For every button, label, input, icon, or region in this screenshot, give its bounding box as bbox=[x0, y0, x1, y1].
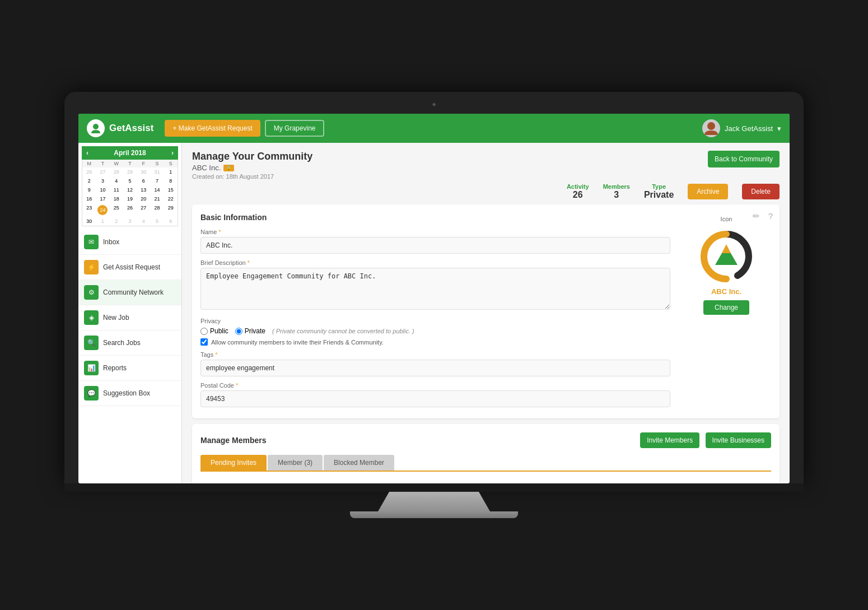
cal-day[interactable]: 19 bbox=[123, 194, 137, 203]
cal-day[interactable]: 14 bbox=[150, 185, 164, 194]
cal-day[interactable]: 12 bbox=[123, 185, 137, 194]
cal-day-label-m: M bbox=[82, 160, 96, 167]
cal-day[interactable]: 18 bbox=[110, 194, 123, 203]
cal-day[interactable]: 28 bbox=[110, 167, 123, 176]
cal-day[interactable]: 16 bbox=[82, 194, 96, 203]
cal-day[interactable]: 2 bbox=[82, 176, 96, 185]
help-icon[interactable]: ? bbox=[768, 211, 773, 221]
stat-type-value: Private bbox=[644, 190, 674, 200]
cal-day[interactable]: 3 bbox=[96, 176, 109, 185]
get-assist-icon: ⚡ bbox=[84, 260, 99, 274]
tab-blocked-member[interactable]: Blocked Member bbox=[324, 455, 394, 471]
cal-day[interactable]: 1 bbox=[96, 217, 109, 226]
cal-day[interactable]: 29 bbox=[123, 167, 137, 176]
name-input[interactable] bbox=[200, 237, 670, 254]
cal-day[interactable]: 25 bbox=[110, 203, 123, 217]
cal-day-today[interactable]: 24 bbox=[96, 203, 109, 217]
logo-icon bbox=[87, 119, 105, 137]
my-grapevine-button[interactable]: My Grapevine bbox=[265, 120, 325, 137]
tab-members[interactable]: Member (3) bbox=[268, 455, 323, 471]
sidebar-item-inbox[interactable]: ✉ Inbox bbox=[78, 230, 181, 255]
sidebar-item-label-suggestion: Suggestion Box bbox=[103, 389, 150, 397]
sidebar-menu: ✉ Inbox ⚡ Get Assist Request ⚙ Community… bbox=[78, 230, 181, 406]
cal-day[interactable]: 27 bbox=[137, 203, 150, 217]
sidebar-item-search-jobs[interactable]: 🔍 Search Jobs bbox=[78, 330, 181, 356]
postal-input[interactable] bbox=[200, 390, 670, 407]
svg-point-1 bbox=[707, 122, 715, 130]
cal-day[interactable]: 27 bbox=[96, 167, 109, 176]
cal-day[interactable]: 5 bbox=[123, 176, 137, 185]
svg-marker-3 bbox=[722, 244, 731, 253]
cal-day[interactable]: 26 bbox=[123, 203, 137, 217]
privacy-label: Privacy bbox=[200, 318, 670, 324]
cal-day[interactable]: 5 bbox=[150, 217, 164, 226]
cal-day[interactable]: 1 bbox=[164, 167, 178, 176]
cal-day-label-f: F bbox=[137, 160, 150, 167]
stat-activity-value: 26 bbox=[567, 190, 589, 200]
cal-day[interactable]: 10 bbox=[96, 185, 109, 194]
cal-day[interactable]: 4 bbox=[110, 176, 123, 185]
svg-point-0 bbox=[93, 124, 99, 129]
cal-next[interactable]: › bbox=[171, 149, 174, 157]
cal-day[interactable]: 8 bbox=[164, 176, 178, 185]
cal-day[interactable]: 30 bbox=[137, 167, 150, 176]
stat-activity: Activity 26 bbox=[567, 183, 589, 200]
cal-day[interactable]: 3 bbox=[123, 217, 137, 226]
cal-day[interactable]: 13 bbox=[137, 185, 150, 194]
cal-day[interactable]: 23 bbox=[82, 203, 96, 217]
cal-day[interactable]: 29 bbox=[164, 203, 178, 217]
make-request-button[interactable]: + Make GetAssist Request bbox=[165, 120, 260, 137]
cal-day-label-w: W bbox=[110, 160, 123, 167]
sidebar-item-get-assist[interactable]: ⚡ Get Assist Request bbox=[78, 255, 181, 280]
sidebar-item-reports[interactable]: 📊 Reports bbox=[78, 356, 181, 381]
privacy-public-radio[interactable]: Public bbox=[200, 327, 228, 335]
cal-day[interactable]: 15 bbox=[164, 185, 178, 194]
tags-input[interactable] bbox=[200, 360, 670, 376]
tags-label: Tags * bbox=[200, 351, 670, 358]
cal-day[interactable]: 26 bbox=[82, 167, 96, 176]
cal-title: April 2018 bbox=[114, 149, 146, 157]
privacy-private-radio[interactable]: Private bbox=[235, 327, 265, 335]
logo-text: GetAssist bbox=[109, 123, 153, 134]
invite-businesses-button[interactable]: Invite Businesses bbox=[706, 432, 771, 448]
cal-day[interactable]: 17 bbox=[96, 194, 109, 203]
inbox-icon: ✉ bbox=[84, 235, 99, 249]
cal-day[interactable]: 7 bbox=[150, 176, 164, 185]
delete-button[interactable]: Delete bbox=[742, 184, 780, 199]
page-title: Manage Your Community bbox=[192, 151, 312, 162]
cal-day-label-t: T bbox=[96, 160, 109, 167]
new-job-icon: ◈ bbox=[84, 310, 99, 325]
community-icon-name: ABC Inc. bbox=[711, 287, 741, 296]
tab-pending-invites[interactable]: Pending Invites bbox=[200, 455, 267, 471]
user-avatar bbox=[702, 119, 720, 137]
edit-icon[interactable]: ✏ bbox=[753, 211, 760, 221]
cal-day[interactable]: 20 bbox=[137, 194, 150, 203]
cal-day[interactable]: 6 bbox=[164, 217, 178, 226]
cal-day[interactable]: 22 bbox=[164, 194, 178, 203]
description-textarea[interactable]: Employee Engagement Community for ABC In… bbox=[200, 268, 670, 310]
sidebar-item-suggestion-box[interactable]: 💬 Suggestion Box bbox=[78, 381, 181, 406]
created-on: Created on: 18th August 2017 bbox=[192, 173, 312, 180]
sidebar-item-label-inbox: Inbox bbox=[103, 238, 119, 246]
cal-grid: 26 27 28 29 30 31 1 2 3 4 bbox=[82, 167, 178, 226]
cal-day[interactable]: 9 bbox=[82, 185, 96, 194]
cal-day[interactable]: 11 bbox=[110, 185, 123, 194]
cal-day[interactable]: 6 bbox=[137, 176, 150, 185]
change-icon-button[interactable]: Change bbox=[703, 300, 749, 315]
cal-day[interactable]: 31 bbox=[150, 167, 164, 176]
sidebar-item-new-job[interactable]: ◈ New Job bbox=[78, 305, 181, 330]
sidebar-item-community-network[interactable]: ⚙ Community Network bbox=[78, 280, 181, 305]
archive-button[interactable]: Archive bbox=[688, 184, 728, 199]
cal-day[interactable]: 28 bbox=[150, 203, 164, 217]
cal-day[interactable]: 21 bbox=[150, 194, 164, 203]
cal-prev[interactable]: ‹ bbox=[86, 149, 88, 157]
cal-day-label-s2: S bbox=[164, 160, 178, 167]
cal-day[interactable]: 4 bbox=[137, 217, 150, 226]
cal-day[interactable]: 30 bbox=[82, 217, 96, 226]
allow-invite-checkbox[interactable]: Allow community members to invite their … bbox=[200, 338, 670, 346]
invite-members-button[interactable]: Invite Members bbox=[640, 432, 699, 448]
cal-day[interactable]: 2 bbox=[110, 217, 123, 226]
back-to-community-button[interactable]: Back to Community bbox=[708, 151, 780, 167]
user-area[interactable]: Jack GetAssist ▾ bbox=[702, 119, 781, 137]
community-network-icon: ⚙ bbox=[84, 285, 99, 300]
